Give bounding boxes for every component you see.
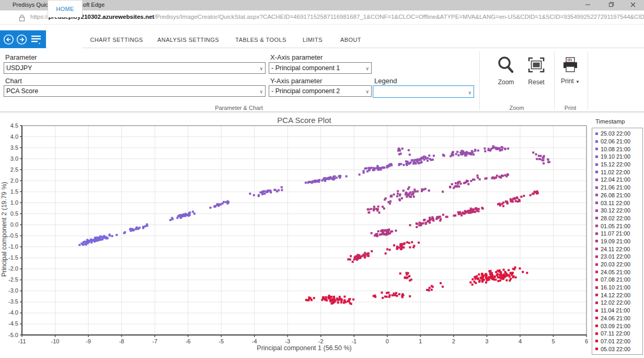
legend-label: 01.05 21:00: [601, 223, 630, 229]
scatter-point: [398, 164, 400, 166]
close-button[interactable]: [624, 0, 642, 10]
legend-label: 14.12 22:00: [601, 292, 630, 298]
scatter-point: [538, 158, 540, 160]
scatter-point: [412, 191, 414, 193]
scatter-point: [477, 177, 479, 179]
scatter-point: [484, 150, 486, 152]
tab-analysis-settings[interactable]: ANALYSIS SETTINGS: [154, 31, 223, 48]
scatter-point: [451, 183, 453, 185]
scatter-point: [496, 274, 498, 276]
scatter-point: [470, 180, 472, 182]
y-tick-label: 4.0: [10, 133, 18, 140]
zoom-button[interactable]: Zoom: [491, 55, 521, 86]
scatter-point: [410, 192, 412, 194]
scatter-point: [442, 286, 444, 288]
url-text[interactable]: https://preddeploy210302.azurewebsites.n…: [30, 14, 644, 20]
legend-label: 30.12 22:00: [601, 207, 630, 214]
menu-icon[interactable]: [30, 35, 42, 45]
scatter-point: [534, 191, 536, 193]
chevron-down-icon: ∨: [468, 87, 472, 98]
printer-icon: [561, 57, 579, 74]
scatter-point: [522, 271, 524, 273]
scatter-point: [400, 248, 402, 250]
chevron-down-icon: ∨: [365, 86, 369, 97]
back-arrow-icon[interactable]: [3, 34, 14, 45]
scatter-point: [408, 149, 410, 151]
legend-swatch-icon: [595, 340, 598, 342]
legend-item: 11.07 21:00: [595, 230, 642, 238]
scatter-point: [400, 153, 402, 155]
minimize-button[interactable]: [579, 0, 597, 10]
scatter-point: [536, 158, 538, 160]
scatter-point: [490, 270, 492, 272]
scatter-point: [390, 195, 393, 197]
scatter-point: [507, 174, 509, 176]
scatter-point: [458, 185, 460, 187]
legend-swatch-icon: [595, 240, 598, 242]
scatter-point: [497, 280, 499, 282]
print-button[interactable]: Print ▼: [556, 57, 584, 85]
axis-ticks: -11-10-9-8-7-6-5-4-3-2-101234564.54.03.5…: [8, 122, 588, 345]
tab-limits[interactable]: LIMITS: [297, 31, 328, 48]
tab-home[interactable]: HOME: [48, 0, 83, 17]
y-tick-label: 0.0: [10, 221, 18, 228]
legend-swatch-icon: [595, 348, 598, 350]
scatter-point: [506, 200, 508, 203]
scatter-point: [332, 299, 334, 301]
tab-about[interactable]: ABOUT: [335, 31, 367, 48]
scatter-point: [373, 208, 375, 210]
scatter-point: [429, 217, 431, 219]
reset-button[interactable]: Reset: [523, 55, 550, 86]
scatter-point: [406, 274, 408, 276]
scatter-point: [471, 150, 473, 152]
url-bar[interactable]: https://preddeploy210302.azurewebsites.n…: [0, 10, 644, 25]
xaxis-dropdown[interactable]: - Principal component 1∨: [269, 62, 372, 74]
scatter-point: [384, 233, 386, 236]
forward-arrow-icon[interactable]: [16, 34, 27, 45]
tab-chart-settings[interactable]: CHART SETTINGS: [87, 31, 146, 48]
legend-item: 15.12 22:00: [595, 161, 642, 169]
scatter-point: [389, 203, 391, 205]
scatter-point: [494, 275, 496, 277]
scatter-point: [479, 279, 481, 282]
scatter-point: [371, 250, 373, 252]
scatter-point: [95, 238, 97, 240]
scatter-point: [384, 229, 386, 231]
legend-swatch-icon: [595, 278, 598, 281]
scatter-point: [460, 183, 462, 185]
scatter-point: [267, 189, 269, 192]
legend-item: 05.03 22:00: [595, 345, 642, 353]
chart-dropdown[interactable]: PCA Score∨: [4, 85, 266, 97]
scatter-point: [400, 163, 402, 165]
legend-label: 02.06 21:00: [601, 138, 630, 144]
scatter-point: [489, 150, 491, 152]
title-bar: Predisys QuickStat - Microsoft Edge: [0, 0, 644, 10]
scatter-point: [410, 278, 412, 281]
yaxis-dropdown[interactable]: - Principal component 2∨: [269, 85, 372, 97]
scatter-point: [464, 210, 466, 212]
x-tick-label: -1: [351, 338, 356, 344]
xaxis-value: - Principal component 1: [271, 64, 340, 72]
plot-frame: [21, 126, 586, 335]
y-tick-label: -5.0: [8, 332, 18, 338]
legend-dropdown[interactable]: ∨: [373, 85, 474, 98]
scatter-point: [132, 229, 134, 231]
scatter-point: [339, 296, 341, 298]
scatter-point: [473, 153, 475, 155]
scatter-point: [88, 240, 90, 242]
scatter-point: [182, 215, 184, 217]
legend-item: 10.08 21:00: [595, 145, 642, 153]
group-divider: [588, 51, 588, 110]
scatter-point: [406, 196, 408, 198]
print-caret-icon: ▼: [576, 80, 580, 84]
scatter-point: [515, 200, 517, 202]
parameter-dropdown[interactable]: USDJPY∨: [4, 62, 266, 74]
scatter-point: [492, 146, 494, 148]
maximize-button[interactable]: [602, 0, 620, 10]
scatter-point: [457, 154, 459, 156]
scatter-point: [376, 233, 378, 235]
scatter-point: [322, 296, 324, 298]
scatter-point: [377, 208, 379, 210]
tab-tables-tools[interactable]: TABLES & TOOLS: [230, 31, 292, 48]
scatter-point: [463, 182, 465, 184]
